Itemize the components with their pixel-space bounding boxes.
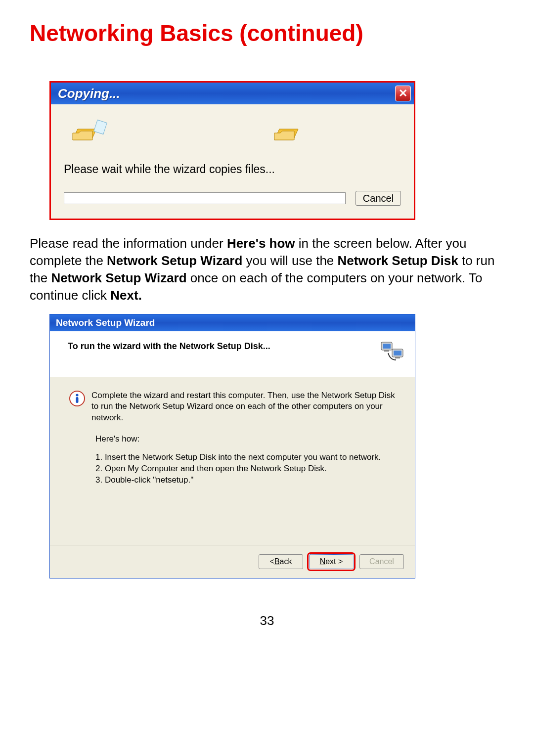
next-button[interactable]: Next > [309, 554, 354, 569]
info-text: Complete the wizard and restart this com… [91, 390, 398, 423]
step-2: 2. Open My Computer and then open the Ne… [95, 463, 398, 475]
paragraph-bold-1: Here's how [227, 236, 295, 251]
network-computers-icon [378, 338, 406, 366]
svg-rect-1 [383, 344, 391, 349]
nsw-header-text: To run the wizard with the Network Setup… [68, 338, 270, 352]
steps-list: 1. Insert the Network Setup Disk into th… [95, 452, 398, 486]
progress-bar [64, 192, 346, 204]
paragraph-bold-5: Next. [110, 288, 142, 303]
nsw-body: Complete the wizard and restart this com… [50, 377, 415, 545]
nsw-window-title: Network Setup Wizard [56, 317, 155, 328]
copying-message: Please wait while the wizard copies file… [64, 163, 401, 176]
close-button[interactable]: ✕ [395, 86, 411, 101]
cancel-button[interactable]: Cancel [356, 191, 401, 206]
info-icon [69, 390, 86, 409]
folder-dest-icon [271, 120, 303, 150]
nsw-header: To run the wizard with the Network Setup… [50, 331, 415, 377]
nsw-footer: < Back Next > Cancel [50, 545, 415, 578]
close-icon: ✕ [399, 88, 407, 99]
step-1: 1. Insert the Network Setup Disk into th… [95, 452, 398, 463]
paragraph-text: you will use the [242, 253, 337, 268]
network-setup-wizard-dialog: Network Setup Wizard To run the wizard w… [49, 314, 415, 578]
instruction-paragraph: Please read the information under Here's… [30, 235, 504, 304]
step-3: 3. Double-click "netsetup." [95, 475, 398, 486]
section-title: Networking Basics (continued) [30, 20, 504, 46]
info-row: Complete the wizard and restart this com… [69, 390, 398, 423]
svg-rect-5 [395, 357, 400, 358]
svg-rect-4 [394, 351, 401, 356]
paragraph-bold-4: Network Setup Wizard [51, 270, 186, 285]
paragraph-bold-3: Network Setup Disk [338, 253, 458, 268]
back-button[interactable]: < Back [259, 554, 303, 569]
svg-rect-2 [384, 350, 389, 352]
cancel-button-nsw: Cancel [359, 554, 404, 569]
paragraph-bold-2: Network Setup Wizard [107, 253, 242, 268]
page-number: 33 [30, 613, 504, 628]
folder-source-icon [69, 118, 113, 152]
copying-dialog: Copying... ✕ [49, 81, 415, 220]
copying-body: Please wait while the wizard copies file… [51, 104, 414, 219]
copying-title: Copying... [58, 86, 120, 101]
svg-rect-8 [76, 397, 79, 403]
copying-titlebar: Copying... ✕ [51, 83, 414, 104]
paragraph-text: Please read the information under [30, 236, 227, 251]
copy-animation [64, 113, 401, 159]
svg-point-7 [76, 394, 78, 397]
heres-how-label: Here's how: [95, 434, 398, 444]
copying-progress-row: Cancel [64, 191, 401, 206]
nsw-titlebar: Network Setup Wizard [50, 314, 415, 331]
